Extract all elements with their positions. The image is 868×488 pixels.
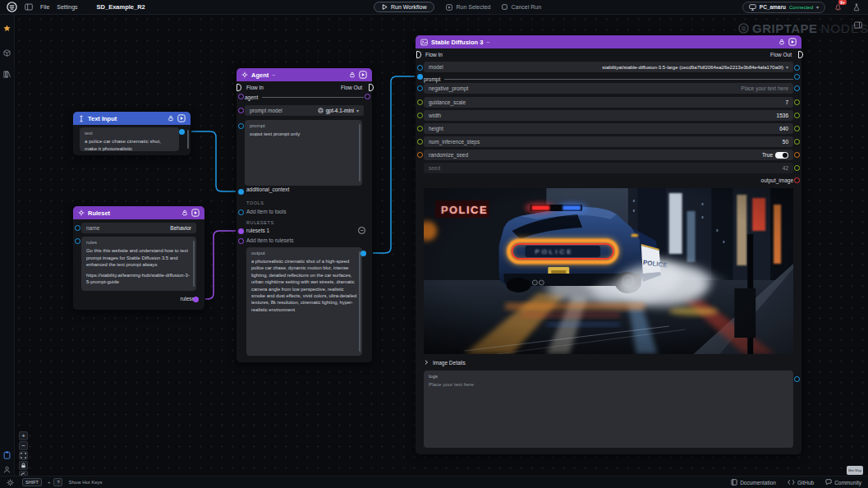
settings-gear-icon[interactable] — [7, 479, 14, 486]
additional-context-row[interactable]: additional_context — [246, 186, 289, 192]
port-guidance-scale-in[interactable] — [417, 99, 423, 105]
run-node-button[interactable] — [359, 71, 367, 79]
labs-button[interactable] — [851, 2, 861, 12]
randomize-seed-field[interactable]: randomize_seed True — [424, 150, 793, 160]
port-agent-out[interactable] — [365, 94, 370, 99]
hotkeys-label[interactable]: Show Hot Keys — [68, 480, 102, 485]
account-button[interactable] — [2, 465, 11, 474]
community-link[interactable]: Community — [825, 479, 861, 486]
num-inference-steps-field[interactable]: num_inference_steps 50 — [424, 136, 793, 147]
run-selected-button[interactable]: Run Selected — [446, 4, 490, 11]
negative-prompt-field[interactable]: negative_prompt Place your text here — [424, 83, 793, 94]
port-prompt-in[interactable] — [417, 74, 423, 80]
cancel-run-button[interactable]: Cancel Run — [502, 4, 541, 10]
add-tools-row[interactable]: Add item to tools — [246, 209, 286, 214]
chevron-down-icon[interactable]: ▾ — [786, 64, 788, 70]
port-flow-in[interactable] — [416, 51, 421, 58]
port-output-image-out[interactable] — [794, 177, 800, 183]
run-node-button[interactable] — [177, 114, 186, 122]
prompt-model-field[interactable]: prompt model gpt-4.1-mini ▾ — [245, 105, 364, 116]
port-name-in[interactable] — [75, 225, 80, 231]
output-field[interactable]: output a photorealistic cinematic shot o… — [246, 247, 362, 356]
randomize-seed-toggle[interactable] — [775, 152, 788, 159]
port-flow-in[interactable] — [237, 84, 241, 91]
height-field[interactable]: height 640 — [424, 123, 793, 134]
port-text-out[interactable] — [179, 129, 185, 135]
node-agent[interactable]: Agent ~ Flow In Flow Out agent prompt mo… — [236, 67, 373, 363]
port-randomize-seed-out[interactable] — [794, 152, 800, 158]
lock-icon[interactable] — [181, 209, 188, 216]
text-field[interactable]: text a police car chase cinematic shot, … — [80, 127, 179, 151]
panel-left-icon[interactable] — [25, 3, 33, 11]
panel-right-toggle[interactable] — [854, 17, 862, 32]
port-height-in[interactable] — [417, 126, 423, 131]
port-additional-context-in[interactable] — [238, 189, 244, 195]
clipboard-button[interactable] — [2, 450, 11, 459]
lock-view-button[interactable] — [19, 461, 28, 470]
port-logs-out[interactable] — [794, 376, 800, 382]
node-stable-diffusion-3[interactable]: Stable Diffusion 3 ~ Flow In Flow Out mo… — [415, 35, 802, 455]
github-link[interactable]: GitHub — [788, 479, 814, 486]
title-caret[interactable]: ~ — [486, 39, 489, 45]
port-add-rulesets-in[interactable] — [238, 238, 244, 244]
text-input-header[interactable]: Text Input — [73, 112, 191, 125]
favorites-button[interactable] — [2, 24, 11, 33]
port-negative-prompt-out[interactable] — [794, 85, 800, 91]
scrollbar[interactable] — [359, 251, 361, 352]
lock-icon[interactable] — [168, 115, 174, 122]
model-field[interactable]: model stabilityai/stable-diffusion-3.5-l… — [424, 62, 793, 72]
minimap[interactable]: Mini Map — [847, 466, 863, 475]
lock-icon[interactable] — [778, 39, 785, 45]
port-randomize-seed-in[interactable] — [417, 152, 423, 158]
port-seed-out[interactable] — [794, 165, 800, 171]
remove-ruleset-button[interactable]: − — [358, 227, 365, 234]
guidance-scale-field[interactable]: guidance_scale 7 — [424, 97, 793, 108]
notifications-button[interactable]: 9+ — [833, 2, 843, 12]
add-rulesets-row[interactable]: Add item to rulesets — [246, 237, 293, 243]
rules-field[interactable]: rules Go this this website and understan… — [81, 237, 196, 291]
width-field[interactable]: width 1536 — [424, 110, 793, 121]
sd3-header[interactable]: Stable Diffusion 3 ~ — [416, 35, 801, 48]
port-width-in[interactable] — [417, 113, 423, 118]
node-ruleset[interactable]: Ruleset name Behavior rules Go this this… — [72, 205, 205, 311]
fit-view-button[interactable] — [19, 451, 28, 460]
port-prompt-out[interactable] — [794, 74, 800, 80]
port-model-out[interactable] — [794, 65, 800, 71]
run-node-button[interactable] — [191, 209, 200, 217]
packages-button[interactable] — [2, 48, 11, 58]
port-steps-in[interactable] — [417, 139, 423, 145]
agent-header[interactable]: Agent ~ — [237, 68, 372, 81]
menu-file[interactable]: File — [40, 4, 49, 10]
seed-field[interactable]: seed 42 — [424, 163, 793, 173]
port-prompt-in[interactable] — [238, 123, 244, 129]
menu-settings[interactable]: Settings — [57, 4, 77, 10]
engine-selector[interactable]: PC_amaru Connected ▾ — [742, 2, 825, 13]
port-height-out[interactable] — [794, 126, 800, 131]
port-prompt-model-in[interactable] — [238, 108, 244, 113]
run-node-button[interactable] — [788, 38, 797, 46]
port-steps-out[interactable] — [794, 139, 800, 145]
port-negative-prompt-in[interactable] — [417, 85, 423, 91]
port-add-tools-in[interactable] — [238, 209, 244, 215]
logs-field[interactable]: logs Place your text here — [424, 371, 793, 448]
zoom-in-button[interactable]: + — [19, 431, 28, 440]
port-output-out[interactable] — [361, 251, 366, 256]
app-logo-icon[interactable] — [7, 2, 17, 12]
rulesets-item-row[interactable]: rulesets 1 — [246, 228, 269, 233]
port-rulesets-in[interactable] — [238, 228, 244, 234]
port-rules-in[interactable] — [75, 238, 80, 244]
port-agent-in[interactable] — [238, 94, 244, 99]
chevron-down-icon[interactable]: ▾ — [356, 108, 359, 113]
port-guidance-scale-out[interactable] — [794, 99, 800, 105]
scrollbar[interactable] — [359, 124, 361, 182]
node-text-input[interactable]: Text Input text a police car chase cinem… — [72, 111, 191, 156]
lock-icon[interactable] — [349, 71, 356, 78]
port-model-in[interactable] — [417, 65, 423, 71]
zoom-out-button[interactable]: − — [19, 441, 28, 450]
scrollbar[interactable] — [187, 130, 189, 149]
prompt-field[interactable]: prompt ouput text prompt only — [245, 120, 362, 186]
ruleset-header[interactable]: Ruleset — [73, 206, 204, 219]
port-ruleset-out[interactable] — [193, 297, 199, 302]
library-button[interactable] — [2, 70, 11, 79]
name-field[interactable]: name Behavior — [81, 223, 196, 233]
